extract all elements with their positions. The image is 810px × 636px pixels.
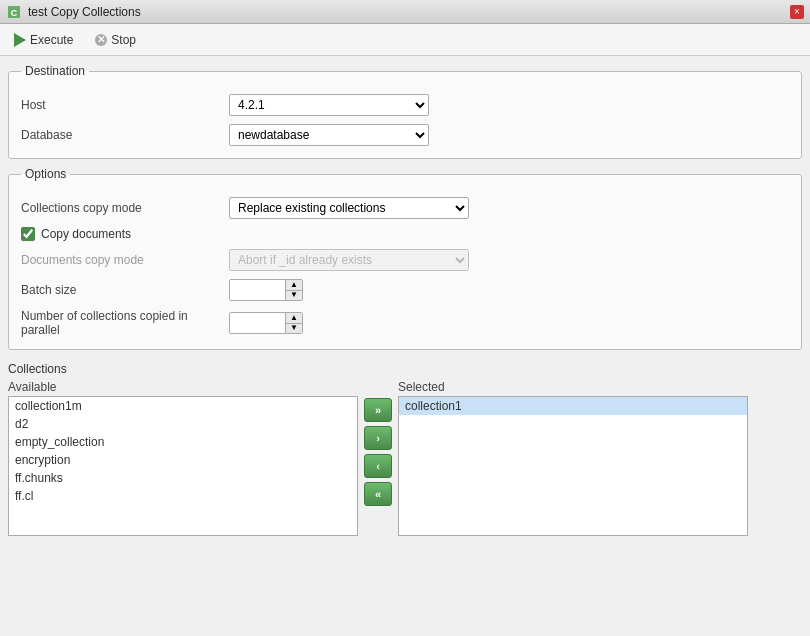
copy-documents-label: Copy documents xyxy=(41,227,131,241)
list-item[interactable]: d2 xyxy=(9,415,357,433)
batch-size-spin-buttons: ▲ ▼ xyxy=(285,280,302,300)
stop-icon: ✕ xyxy=(95,34,107,46)
available-header: Available xyxy=(8,380,358,394)
list-item[interactable]: empty_collection xyxy=(9,433,357,451)
collections-mode-label: Collections copy mode xyxy=(21,201,221,215)
selected-header: Selected xyxy=(398,380,748,394)
host-select[interactable]: 4.2.1localhost127.0.0.1 xyxy=(229,94,429,116)
toolbar: Execute ✕ Stop xyxy=(0,24,810,56)
move-all-back-button[interactable]: « xyxy=(364,482,392,506)
parallel-up[interactable]: ▲ xyxy=(286,313,302,324)
copy-documents-row: Copy documents xyxy=(21,227,789,241)
parallel-spin-buttons: ▲ ▼ xyxy=(285,313,302,333)
execute-label: Execute xyxy=(30,33,73,47)
list-item[interactable]: ff.cl xyxy=(9,487,357,505)
selected-list-wrapper: Selected collection1 xyxy=(398,380,748,536)
destination-legend: Destination xyxy=(21,64,89,78)
stop-button[interactable]: ✕ Stop xyxy=(89,31,142,49)
destination-section: Destination Host 4.2.1localhost127.0.0.1… xyxy=(8,64,802,159)
title-bar: C test Copy Collections × xyxy=(0,0,810,24)
database-row: Database newdatabaseadminlocal xyxy=(21,124,789,146)
available-list-wrapper: Available collection1md2empty_collection… xyxy=(8,380,358,536)
docs-mode-row: Documents copy mode Abort if _id already… xyxy=(21,249,789,271)
available-list[interactable]: collection1md2empty_collectionencryption… xyxy=(8,396,358,536)
docs-mode-label: Documents copy mode xyxy=(21,253,221,267)
database-select[interactable]: newdatabaseadminlocal xyxy=(229,124,429,146)
parallel-label: Number of collections copied in parallel xyxy=(21,309,221,337)
docs-mode-select[interactable]: Abort if _id already existsSkip if _id a… xyxy=(229,249,469,271)
move-all-button[interactable]: » xyxy=(364,398,392,422)
batch-size-label: Batch size xyxy=(21,283,221,297)
collections-container: Available collection1md2empty_collection… xyxy=(8,380,802,536)
list-item[interactable]: ff.chunks xyxy=(9,469,357,487)
collections-section: Collections Available collection1md2empt… xyxy=(8,362,802,536)
main-content: Destination Host 4.2.1localhost127.0.0.1… xyxy=(0,56,810,544)
window-title: test Copy Collections xyxy=(28,5,784,19)
parallel-input[interactable]: 4 xyxy=(230,313,285,333)
host-row: Host 4.2.1localhost127.0.0.1 xyxy=(21,94,789,116)
list-item[interactable]: collection1m xyxy=(9,397,357,415)
options-legend: Options xyxy=(21,167,70,181)
database-label: Database xyxy=(21,128,221,142)
batch-size-input[interactable]: 1000 xyxy=(230,280,285,300)
stop-label: Stop xyxy=(111,33,136,47)
collections-section-label: Collections xyxy=(8,362,802,376)
list-item[interactable]: collection1 xyxy=(399,397,747,415)
parallel-down[interactable]: ▼ xyxy=(286,324,302,334)
batch-size-spinner: 1000 ▲ ▼ xyxy=(229,279,303,301)
close-button[interactable]: × xyxy=(790,5,804,19)
svg-text:C: C xyxy=(11,8,18,18)
parallel-spinner: 4 ▲ ▼ xyxy=(229,312,303,334)
batch-size-down[interactable]: ▼ xyxy=(286,291,302,301)
parallel-row: Number of collections copied in parallel… xyxy=(21,309,789,337)
options-section: Options Collections copy mode Replace ex… xyxy=(8,167,802,350)
transfer-buttons: » › ‹ « xyxy=(364,380,392,506)
move-back-button[interactable]: ‹ xyxy=(364,454,392,478)
collections-mode-row: Collections copy mode Replace existing c… xyxy=(21,197,789,219)
copy-documents-checkbox[interactable] xyxy=(21,227,35,241)
move-one-button[interactable]: › xyxy=(364,426,392,450)
list-item[interactable]: encryption xyxy=(9,451,357,469)
host-label: Host xyxy=(21,98,221,112)
execute-button[interactable]: Execute xyxy=(8,31,79,49)
batch-size-row: Batch size 1000 ▲ ▼ xyxy=(21,279,789,301)
collections-mode-select[interactable]: Replace existing collectionsAdd to exist… xyxy=(229,197,469,219)
app-icon: C xyxy=(6,4,22,20)
execute-icon xyxy=(14,33,26,47)
batch-size-up[interactable]: ▲ xyxy=(286,280,302,291)
selected-list[interactable]: collection1 xyxy=(398,396,748,536)
